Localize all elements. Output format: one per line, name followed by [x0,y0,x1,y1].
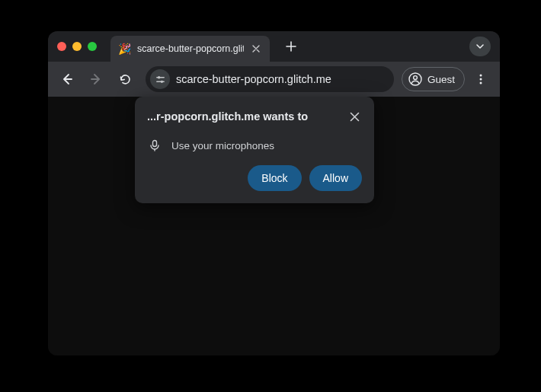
permission-title: ...r-popcorn.glitch.me wants to [147,109,308,123]
browser-tab[interactable]: 🎉 scarce-butter-popcorn.glitch [110,36,270,62]
guest-icon [408,72,422,86]
svg-point-8 [480,75,482,77]
browser-window: 🎉 scarce-butter-popcorn.glitch [48,31,500,355]
permission-text: Use your microphones [171,140,274,151]
close-window-button[interactable] [57,42,66,51]
titlebar: 🎉 scarce-butter-popcorn.glitch [48,31,500,62]
tab-favicon: 🎉 [118,43,131,54]
svg-point-3 [157,76,159,78]
url-text: scarce-butter-popcorn.glitch.me [176,73,331,85]
dialog-close-button[interactable] [347,109,362,124]
tab-title: scarce-butter-popcorn.glitch [137,43,244,54]
back-button[interactable] [54,66,80,92]
microphone-icon [149,139,161,151]
page-content: ...r-popcorn.glitch.me wants to Use your… [48,97,500,355]
permission-dialog: ...r-popcorn.glitch.me wants to Use your… [135,97,374,203]
tab-list-dropdown[interactable] [469,37,491,56]
toolbar: scarce-butter-popcorn.glitch.me Guest [48,62,500,97]
svg-point-7 [414,76,418,80]
svg-point-9 [480,78,482,81]
site-settings-icon[interactable] [150,69,170,89]
permission-item: Use your microphones [147,136,362,165]
allow-button[interactable]: Allow [309,165,362,191]
new-tab-button[interactable] [280,36,302,57]
forward-button[interactable] [83,66,109,92]
svg-point-10 [480,82,482,84]
address-bar[interactable]: scarce-butter-popcorn.glitch.me [146,66,394,92]
profile-label: Guest [427,74,455,85]
fullscreen-window-button[interactable] [88,42,97,51]
minimize-window-button[interactable] [72,42,82,51]
profile-chip[interactable]: Guest [402,67,465,91]
svg-point-5 [160,80,162,82]
permission-actions: Block Allow [147,165,362,191]
window-controls [57,42,97,51]
close-icon [350,112,360,122]
tab-close-button[interactable] [250,45,262,53]
svg-rect-11 [153,141,157,147]
block-button[interactable]: Block [248,165,301,191]
overflow-menu-button[interactable] [468,66,494,92]
reload-button[interactable] [112,66,138,92]
